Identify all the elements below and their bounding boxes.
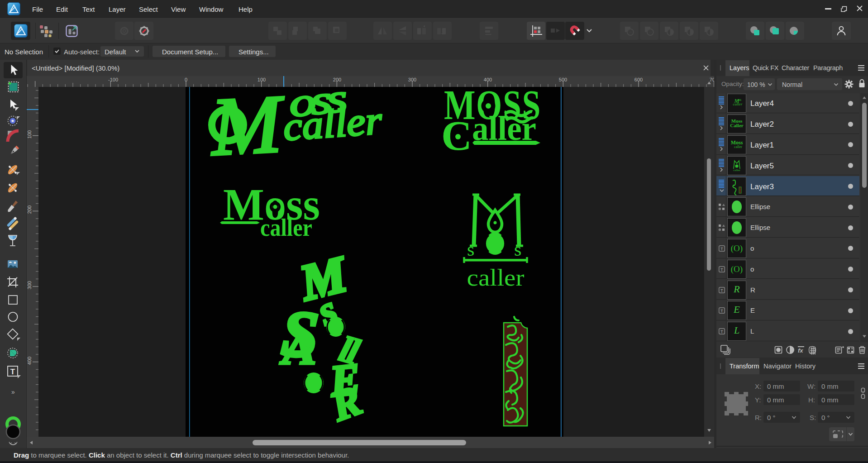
svg-text:T: T [720,329,723,334]
svg-text:caller: caller [282,98,384,149]
svg-text:300: 300 [408,77,416,82]
svg-text:-100: -100 [108,77,118,82]
svg-text:100: 100 [27,130,32,138]
svg-text:T: T [10,368,15,376]
svg-text:T: T [720,247,723,251]
svg-text:Caller: Caller [730,123,743,128]
svg-text:caller: caller [734,145,742,149]
svg-text:(O): (O) [731,264,743,274]
svg-text:s: s [467,239,474,260]
svg-text:200: 200 [333,77,341,82]
svg-text:caller: caller [733,102,743,106]
svg-text:500: 500 [559,77,567,82]
svg-text:s: s [514,239,521,260]
svg-text:L: L [734,325,739,336]
svg-text:400: 400 [27,357,32,365]
svg-text:caller: caller [467,265,525,291]
svg-text:100: 100 [258,77,266,82]
svg-text:300: 300 [27,281,32,289]
svg-text:R: R [733,283,740,295]
svg-text:A: A [280,323,316,374]
svg-text:T: T [720,267,723,272]
svg-text:E: E [733,304,740,315]
svg-text:oss: oss [737,98,741,102]
svg-text:fx: fx [798,347,803,354]
svg-text:T: T [720,288,723,292]
svg-text:»: » [11,388,15,396]
svg-text:M: M [207,87,287,173]
svg-text:600: 600 [634,77,643,82]
svg-text:(O): (O) [731,243,743,253]
svg-text:200: 200 [27,205,32,214]
svg-text:400: 400 [484,77,492,82]
svg-text:0: 0 [185,77,187,82]
svg-text:caller: caller [733,168,740,172]
svg-text:caller: caller [260,214,312,241]
svg-text:T: T [720,309,723,313]
